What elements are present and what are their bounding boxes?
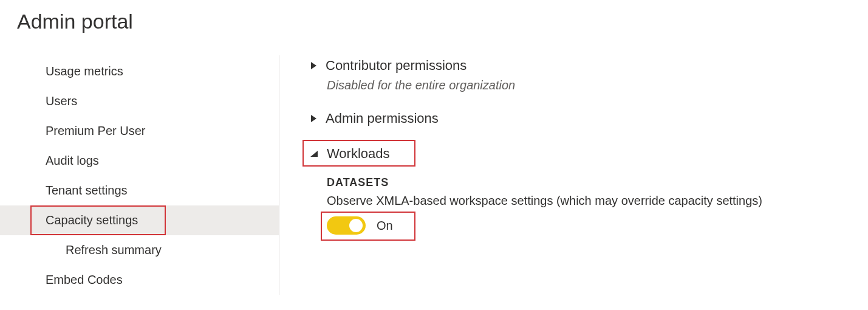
section-title: Workloads bbox=[327, 146, 390, 162]
xmla-observe-toggle[interactable] bbox=[327, 216, 366, 235]
sidebar-item-label: Capacity settings bbox=[46, 213, 138, 227]
sidebar-item-label: Usage metrics bbox=[46, 64, 123, 78]
section-admin-permissions: Admin permissions bbox=[310, 109, 762, 128]
sidebar: Usage metrics Users Premium Per User Aud… bbox=[0, 55, 279, 295]
sidebar-item-capacity-settings[interactable]: Capacity settings bbox=[0, 205, 279, 235]
workloads-subsection-title: DATASETS bbox=[327, 176, 762, 189]
svg-marker-2 bbox=[310, 151, 318, 157]
sidebar-item-users[interactable]: Users bbox=[0, 86, 279, 116]
sidebar-item-label: Embed Codes bbox=[46, 273, 123, 286]
sidebar-item-tenant-settings[interactable]: Tenant settings bbox=[0, 176, 279, 205]
sidebar-item-label: Users bbox=[46, 94, 77, 108]
sidebar-item-label: Refresh summary bbox=[66, 243, 162, 257]
section-workloads: Workloads DATASETS Observe XMLA-based wo… bbox=[310, 145, 762, 235]
section-header-admin-permissions[interactable]: Admin permissions bbox=[310, 109, 762, 128]
toggle-row: On bbox=[327, 216, 762, 235]
section-contributor-permissions: Contributor permissions Disabled for the… bbox=[310, 57, 762, 92]
section-title: Admin permissions bbox=[326, 111, 439, 126]
section-header-workloads[interactable]: Workloads bbox=[310, 145, 762, 163]
caret-right-icon bbox=[310, 114, 317, 123]
sidebar-item-embed-codes[interactable]: Embed Codes bbox=[0, 265, 279, 295]
page-title: Admin portal bbox=[0, 0, 868, 38]
svg-marker-0 bbox=[311, 62, 316, 69]
sidebar-item-audit-logs[interactable]: Audit logs bbox=[0, 146, 279, 176]
toggle-knob bbox=[349, 219, 363, 232]
caret-right-icon bbox=[310, 61, 317, 70]
sidebar-item-refresh-summary[interactable]: Refresh summary bbox=[0, 235, 279, 265]
section-header-contributor-permissions[interactable]: Contributor permissions bbox=[310, 57, 762, 75]
sidebar-item-label: Tenant settings bbox=[46, 184, 128, 197]
sidebar-item-label: Premium Per User bbox=[46, 124, 145, 137]
main-content: Contributor permissions Disabled for the… bbox=[279, 55, 762, 295]
caret-up-icon bbox=[310, 150, 318, 157]
sidebar-item-label: Audit logs bbox=[46, 154, 99, 167]
toggle-label: On bbox=[377, 219, 393, 233]
sidebar-item-usage-metrics[interactable]: Usage metrics bbox=[0, 57, 279, 86]
workloads-subsection-desc: Observe XMLA-based workspace settings (w… bbox=[327, 194, 762, 208]
section-title: Contributor permissions bbox=[326, 58, 466, 74]
section-subtext: Disabled for the entire organization bbox=[327, 78, 762, 92]
sidebar-item-premium-per-user[interactable]: Premium Per User bbox=[0, 116, 279, 146]
svg-marker-1 bbox=[311, 115, 316, 122]
